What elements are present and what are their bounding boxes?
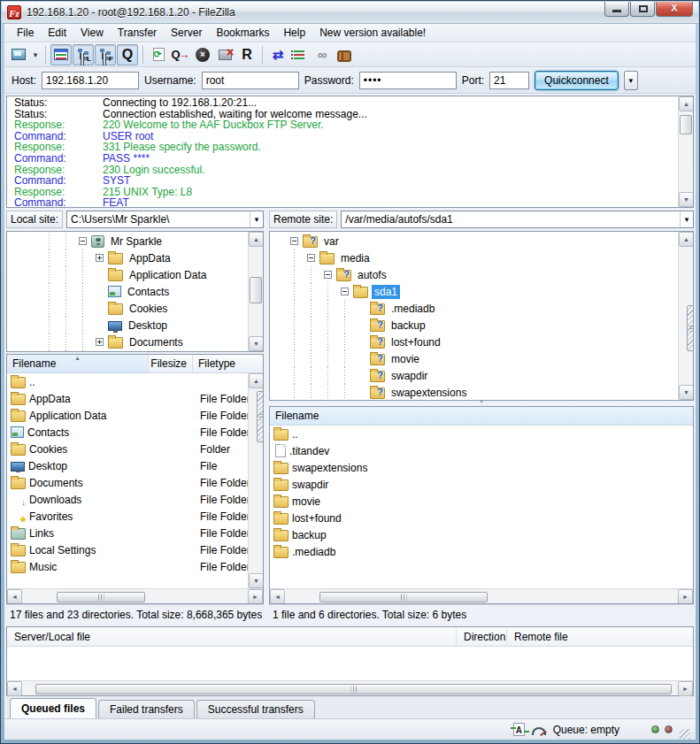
directory-listing-filter-button[interactable]: ∞ [312, 44, 333, 65]
transfer-type-icon[interactable] [513, 723, 525, 736]
tree-item[interactable]: backup [270, 317, 678, 334]
file-search-button[interactable] [334, 44, 355, 65]
file-row[interactable]: .. [7, 373, 248, 390]
queue-hscrollbar[interactable] [7, 680, 693, 695]
toggle-remote-tree-button[interactable]: F [95, 44, 116, 65]
column-header-filesize[interactable]: Filesize [149, 355, 193, 372]
file-row[interactable]: .. [270, 426, 693, 442]
username-input[interactable] [202, 72, 299, 89]
scroll-left-button[interactable] [270, 589, 285, 604]
maximize-button[interactable] [630, 2, 655, 17]
collapse-icon[interactable] [319, 266, 336, 283]
tab-successful-transfers[interactable]: Successful transfers [196, 700, 315, 718]
local-site-combo[interactable]: C:\Users\Mr Sparkle\ [66, 211, 264, 228]
collapse-icon[interactable] [74, 233, 91, 249]
remote-tree-scrollbar[interactable] [678, 232, 693, 400]
tree-item[interactable]: lost+found [270, 334, 678, 350]
horizontal-splitter[interactable] [269, 401, 694, 406]
file-row[interactable]: DownloadsFile Folder [7, 491, 248, 508]
close-button[interactable] [656, 2, 693, 17]
file-row[interactable]: AppDataFile Folder [7, 390, 248, 407]
scroll-down-button[interactable] [249, 573, 264, 588]
expand-icon[interactable] [91, 249, 108, 266]
menu-help[interactable]: Help [276, 25, 312, 41]
collapse-icon[interactable] [303, 249, 319, 266]
tree-item[interactable]: Desktop [7, 317, 248, 334]
process-queue-button[interactable]: Q [170, 44, 191, 65]
combo-dropdown-icon[interactable] [680, 211, 693, 227]
tree-item[interactable]: Downloads [7, 350, 248, 351]
toggle-local-tree-button[interactable]: L [73, 44, 94, 65]
file-row[interactable]: Application DataFile Folder [7, 407, 248, 424]
file-row[interactable]: Local SettingsFile Folder [7, 541, 248, 558]
tree-item[interactable]: Cookies [7, 300, 248, 317]
tree-item[interactable]: var [270, 233, 678, 249]
tree-item[interactable]: .mediadb [270, 300, 678, 317]
local-list-hscrollbar[interactable] [7, 588, 263, 603]
site-manager-dropdown[interactable] [30, 45, 41, 65]
speed-limits-icon[interactable] [532, 727, 546, 735]
refresh-button[interactable]: ⟳ [148, 44, 169, 65]
scroll-up-button[interactable] [249, 232, 264, 247]
tab-queued-files[interactable]: Queued files [10, 698, 96, 718]
tree-item[interactable]: Application Data [7, 266, 248, 283]
local-tree-scrollbar[interactable] [248, 232, 263, 351]
password-input[interactable] [359, 72, 457, 89]
quickconnect-dropdown[interactable] [624, 71, 638, 90]
file-row[interactable]: ContactsFile Folder [7, 424, 248, 441]
port-input[interactable] [489, 72, 529, 89]
column-header-direction[interactable]: Direction [457, 627, 507, 646]
scroll-up-button[interactable] [679, 232, 694, 247]
scroll-up-button[interactable] [679, 96, 694, 111]
file-row[interactable]: .mediadb [270, 543, 693, 560]
scroll-thumb[interactable] [35, 684, 672, 694]
cancel-button[interactable]: × [192, 44, 213, 65]
collapse-icon[interactable] [286, 233, 303, 249]
host-input[interactable] [42, 72, 139, 89]
file-row[interactable]: .titandev [270, 442, 693, 459]
file-row[interactable]: lost+found [270, 510, 693, 526]
file-row[interactable]: MusicFile Folder [7, 558, 248, 575]
site-manager-button[interactable] [8, 44, 29, 65]
scroll-down-button[interactable] [249, 336, 264, 351]
local-list-scrollbar[interactable] [248, 373, 263, 588]
tree-item[interactable]: Mr Sparkle [7, 233, 248, 249]
toggle-queue-button[interactable]: Q [117, 44, 138, 65]
expand-icon[interactable] [91, 350, 108, 351]
toggle-message-log-button[interactable] [50, 44, 72, 65]
scroll-thumb[interactable] [687, 305, 694, 351]
menu-new-version[interactable]: New version available! [312, 25, 433, 41]
tree-item[interactable]: AppData [7, 249, 248, 266]
directory-comparison-button[interactable]: ⇄ [267, 44, 288, 65]
file-row[interactable]: DesktopFile [7, 457, 248, 474]
file-row[interactable]: DocumentsFile Folder [7, 474, 248, 491]
tree-item[interactable]: media [270, 249, 678, 266]
scroll-left-button[interactable] [7, 589, 22, 604]
combo-dropdown-icon[interactable] [250, 211, 263, 227]
scroll-up-button[interactable] [249, 373, 264, 388]
column-header-filename[interactable]: Filename [270, 407, 693, 425]
column-header-remote-file[interactable]: Remote file [507, 627, 693, 646]
menu-bookmarks[interactable]: Bookmarks [209, 25, 276, 41]
menu-edit[interactable]: Edit [41, 25, 73, 41]
scroll-right-button[interactable] [678, 589, 693, 604]
column-header-filename[interactable]: Filename [7, 355, 149, 372]
column-header-server-local-file[interactable]: Server/Local file [7, 627, 457, 646]
disconnect-button[interactable] [214, 44, 235, 65]
scroll-thumb[interactable] [319, 592, 488, 602]
tree-item[interactable]: swapdir [270, 367, 678, 384]
remote-site-combo[interactable]: /var/media/autofs/sda1 [341, 211, 694, 228]
file-row[interactable]: swapdir [270, 476, 693, 493]
file-row[interactable]: movie [270, 493, 693, 510]
expand-icon[interactable] [91, 334, 108, 350]
remote-list-hscrollbar[interactable] [270, 588, 693, 603]
tab-failed-transfers[interactable]: Failed transfers [98, 700, 195, 718]
log-scrollbar[interactable] [678, 96, 693, 207]
file-row[interactable]: CookiesFolder [7, 441, 248, 457]
scroll-thumb[interactable] [250, 277, 262, 303]
scroll-thumb[interactable] [257, 391, 264, 442]
scroll-right-button[interactable] [678, 681, 693, 696]
reconnect-button[interactable]: R [236, 44, 258, 65]
menu-view[interactable]: View [73, 25, 111, 41]
file-row[interactable]: swapextensions [270, 459, 693, 476]
